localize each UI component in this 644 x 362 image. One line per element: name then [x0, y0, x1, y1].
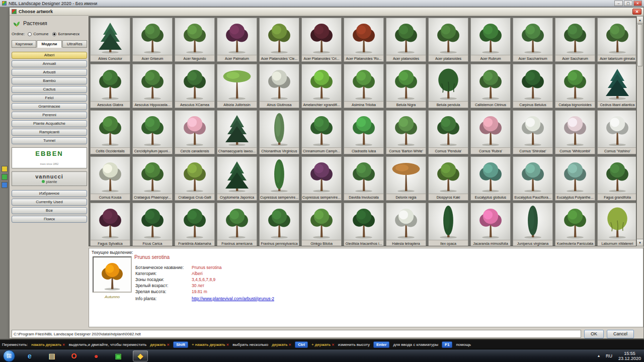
artwork-cell[interactable]: Chionanthus Virginicus	[259, 110, 299, 154]
opera-icon[interactable]: O	[66, 350, 82, 361]
artwork-cell[interactable]: Cercidiphyllum japoni...	[132, 110, 173, 154]
artwork-cell[interactable]: Crataegus Crus-Galli	[175, 156, 215, 201]
category-cactus[interactable]: Cactus	[12, 86, 87, 93]
artwork-cell[interactable]: Cornus 'Whitcombii'	[555, 110, 595, 154]
artwork-cell[interactable]: Ficus Carica	[132, 203, 173, 246]
artwork-cell[interactable]: Aesculus Hippocasta...	[132, 64, 173, 108]
grid-scrollbar[interactable]: ▲ ▼	[636, 16, 643, 246]
nbl-app-icon[interactable]: ◆	[133, 350, 148, 361]
artwork-cell[interactable]: Cornus 'Pendula'	[428, 110, 468, 154]
artwork-cell[interactable]: Chamaecyparis lawso...	[217, 110, 257, 154]
artwork-cell[interactable]: Betula Nigra	[386, 64, 426, 108]
artwork-cell[interactable]: Amelanchier xgrandifl...	[301, 64, 342, 108]
tab-ultrares[interactable]: UltraRes	[62, 40, 87, 48]
artwork-cell[interactable]: Cinnamomum Camph...	[301, 110, 342, 154]
artwork-cell[interactable]: Cornus 'Shirotae'	[513, 110, 553, 154]
artwork-cell[interactable]: Abies Concolor	[90, 18, 130, 62]
start-button[interactable]: ⊞	[3, 350, 15, 362]
action-currently-used[interactable]: Currently Used	[12, 199, 87, 206]
tray-clock[interactable]: 15:55 23.12.2020	[618, 351, 641, 361]
artwork-cell[interactable]: Betula pendula	[428, 64, 468, 108]
dialog-titlebar[interactable]: Choose artwork ✕	[10, 8, 643, 16]
artwork-cell[interactable]: Eucalyptus Polyanthe...	[555, 156, 595, 201]
action-все[interactable]: Все	[12, 207, 87, 214]
artwork-cell[interactable]: Cryptomeria Japonica	[217, 156, 257, 201]
artwork-cell[interactable]: Acer platanoides	[386, 18, 426, 62]
artwork-cell[interactable]: Cladrastis lutea	[344, 110, 384, 154]
artwork-cell[interactable]: Jacaranda mimosifolia	[470, 203, 511, 246]
artwork-cell[interactable]: Gleditsia triacanthos i...	[344, 203, 384, 246]
artwork-cell[interactable]: Acer platanoides	[428, 18, 468, 62]
artwork-cell[interactable]: Fagus Sylvatica	[90, 203, 130, 246]
artwork-cell[interactable]: Ilex opaca	[428, 203, 468, 246]
artwork-cell[interactable]: Catalpa bignonioides	[555, 64, 595, 108]
artwork-cell[interactable]: Eucalyptus globulus	[470, 156, 511, 201]
artwork-cell[interactable]: Franklinia Alatamaha	[175, 203, 215, 246]
vannucci-logo-button[interactable]: vannucci piante	[12, 171, 87, 186]
artwork-cell[interactable]: Eucalyptus Pauciflora...	[513, 156, 553, 201]
artwork-cell[interactable]: Laburnum xWatereri	[597, 203, 636, 246]
artwork-cell[interactable]: Cupressus sempervire...	[259, 156, 299, 201]
artwork-cell[interactable]: Delonix regia	[386, 156, 426, 201]
category-rampicanti[interactable]: Rampicanti	[12, 129, 87, 136]
artwork-cell[interactable]: Acer Rubrum	[470, 18, 511, 62]
artwork-cell[interactable]: Aesculus XCarnea	[175, 64, 215, 108]
artwork-cell[interactable]: Crataegus Phaenopyr...	[132, 156, 173, 201]
category-annuali[interactable]: Annuali	[12, 60, 87, 67]
artwork-cell[interactable]: Cornus 'Barton White'	[386, 110, 426, 154]
cancel-button[interactable]: Cancel	[607, 330, 634, 338]
category-alberi[interactable]: Alberi	[12, 52, 87, 59]
artwork-cell[interactable]: Asimina Triloba	[344, 64, 384, 108]
category-piante-acquatiche[interactable]: Piante Acquatiche	[12, 120, 87, 127]
window-close-button[interactable]: ✕	[633, 1, 642, 6]
artwork-cell[interactable]: Juniperus virginiana	[513, 203, 553, 246]
artwork-cell[interactable]: Callistemon Citrinus	[470, 64, 511, 108]
ok-button[interactable]: OK	[584, 330, 604, 338]
artwork-cell[interactable]: Acer tataricum ginnala	[597, 18, 636, 62]
category-graminacee[interactable]: Graminacee	[12, 103, 87, 110]
category-bambù[interactable]: Bambù	[12, 77, 87, 84]
artwork-cell[interactable]: Acer Saccharinum	[513, 18, 553, 62]
artwork-cell[interactable]: Acer Saccharum	[555, 18, 595, 62]
artwork-cell[interactable]: Celtis Occidentalis	[90, 110, 130, 154]
category-perenni[interactable]: Perenni	[12, 112, 87, 119]
artwork-cell[interactable]: Davidia Involucrata	[344, 156, 384, 201]
artwork-cell[interactable]: Ginkgo Biloba	[301, 203, 342, 246]
tray-expand-icon[interactable]: ▴	[598, 353, 600, 358]
artwork-cell[interactable]: Acer Negundo	[175, 18, 215, 62]
artwork-cell[interactable]: Albizia Julibrissin	[217, 64, 257, 108]
artwork-cell[interactable]: Fraxinus americana	[217, 203, 257, 246]
category-felci[interactable]: Felci	[12, 95, 87, 102]
scroll-up-icon[interactable]: ▲	[637, 17, 643, 24]
artwork-cell[interactable]: Alnus Glutinosa	[259, 64, 299, 108]
tab-модели[interactable]: Модели	[37, 40, 61, 48]
internet-explorer-icon[interactable]: e	[22, 350, 37, 361]
action-избранное[interactable]: Избранное	[12, 190, 87, 197]
dialog-close-button[interactable]: ✕	[632, 9, 641, 15]
scrollbar-thumb[interactable]	[637, 24, 642, 66]
scroll-down-icon[interactable]: ▼	[637, 239, 643, 246]
artwork-cell[interactable]: Cedrus libani atlantica	[597, 64, 636, 108]
artwork-cell[interactable]: Halesia tetraptera	[386, 203, 426, 246]
artwork-cell[interactable]: Acer Platanoides 'Ro...	[344, 18, 384, 62]
language-indicator[interactable]: RU	[606, 353, 612, 358]
artwork-cell[interactable]: Acer Palmatum	[217, 18, 257, 62]
ordine-radio-comune[interactable]: Comune	[28, 32, 48, 36]
browser-icon[interactable]: ●	[89, 350, 104, 361]
artwork-cell[interactable]: Acer Griseum	[132, 18, 173, 62]
artwork-cell[interactable]: Cercis canadensis	[175, 110, 215, 154]
ordine-radio-ботаническ[interactable]: Ботаническ	[52, 32, 79, 36]
green-app-icon[interactable]: ▣	[111, 350, 126, 361]
artwork-cell[interactable]: Fagus grandifolia	[597, 156, 636, 201]
artwork-cell[interactable]: Acer Platanoides 'Cri...	[301, 18, 342, 62]
category-tunnel[interactable]: Tunnel	[12, 137, 87, 144]
window-minimize-button[interactable]: –	[614, 1, 623, 6]
artwork-cell[interactable]: Cornus 'Rubra'	[470, 110, 511, 154]
tab-картинки[interactable]: Картинки	[12, 40, 36, 48]
window-maximize-button[interactable]: ▢	[624, 1, 632, 6]
artwork-cell[interactable]: Acer Platanoides 'Cle...	[259, 18, 299, 62]
artwork-cell[interactable]: Carpinus Betulus	[513, 64, 553, 108]
artwork-cell[interactable]: Diospyros Kaki	[428, 156, 468, 201]
action-поиск[interactable]: Поиск	[12, 216, 87, 223]
artwork-cell[interactable]: Cornus Kousa	[90, 156, 130, 201]
